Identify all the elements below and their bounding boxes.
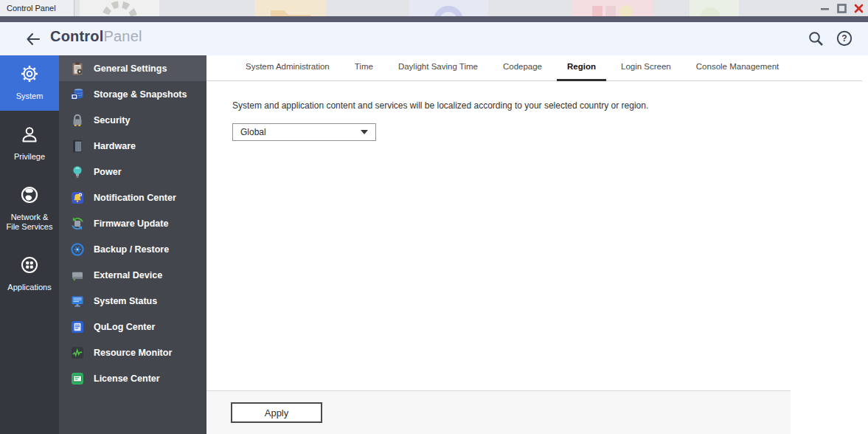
apps-grid-icon [19,255,40,278]
license-card-icon [70,371,85,386]
sidebar-item-hardware[interactable]: Hardware [59,133,206,159]
region-select-value: Global [240,127,266,137]
help-button[interactable]: ? [836,30,853,47]
sidebar-item-storage-snapshots[interactable]: Storage & Snapshots [59,81,206,107]
page-title: ControlPanel [50,28,142,45]
maximize-button[interactable] [836,2,847,14]
sidebar-item-system-status[interactable]: System Status [59,288,206,314]
sidebar-item-label: Notification Center [94,193,176,203]
sidebar-item-label: Hardware [94,141,136,151]
sidebar-item-general-settings[interactable]: General Settings [59,55,206,81]
minimize-icon [819,3,830,14]
footer-bar: Apply [206,390,791,434]
tab-daylight-saving-time[interactable]: Daylight Saving Time [386,55,490,80]
back-button[interactable] [24,30,42,48]
sidebar-item-license-center[interactable]: License Center [59,365,206,391]
nas-tower-icon [70,139,85,154]
padlock-icon [70,113,85,128]
rail-item-network-file-services[interactable]: Network &File Services [0,176,59,242]
tab-region[interactable]: Region [555,55,608,80]
region-select[interactable]: Global [232,123,376,141]
sidebar-item-resource-monitor[interactable]: Resource Monitor [59,340,206,365]
resource-waveform-icon [70,345,85,360]
qulog-doc-icon [70,320,85,334]
background-app-icon-5 [690,0,739,16]
titlebar-divider [0,16,868,22]
arrow-left-icon [24,30,42,48]
sidebar-item-label: Storage & Snapshots [94,89,187,100]
app-header: ControlPanel ? [0,22,868,55]
sidebar-item-qulog-center[interactable]: QuLog Center [59,314,206,340]
window-controls [819,2,864,14]
rail-item-label: Network &File Services [7,213,53,233]
sidebar-item-firmware-update[interactable]: Firmware Update [59,210,206,236]
rail-item-applications[interactable]: Applications [0,247,59,302]
sidebar-item-label: Power [94,167,122,177]
rail-item-label: System [16,92,44,102]
sidebar-item-label: External Device [94,270,162,280]
apply-button[interactable]: Apply [231,402,322,423]
region-description: System and application content and servi… [232,100,868,111]
page-title-bold: Control [50,28,104,44]
sidebar-item-security[interactable]: Security [59,107,206,133]
tab-login-screen[interactable]: Login Screen [608,55,684,80]
close-button[interactable] [853,2,864,14]
rail-item-system[interactable]: System [0,55,59,111]
backup-gear-icon [70,242,85,257]
help-icon: ? [836,30,853,47]
chevron-down-icon [361,130,368,134]
close-icon [853,3,864,14]
sidebar-item-power[interactable]: Power [59,159,206,185]
search-button[interactable] [807,30,824,47]
content-pane: System AdministrationTimeDaylight Saving… [206,55,868,434]
search-icon [807,30,824,47]
sidebar-item-label: System Status [94,296,157,306]
power-bulb-icon [70,165,85,179]
settings-sidebar: General SettingsStorage & SnapshotsSecur… [59,55,206,434]
titlebar-tab-label: Control Panel [7,4,56,13]
sidebar-item-label: License Center [94,373,160,384]
sidebar-item-label: QuLog Center [94,322,155,332]
tab-time[interactable]: Time [342,55,386,80]
firmware-update-icon [70,216,85,231]
sidebar-item-notification-center[interactable]: Notification Center [59,185,206,210]
svg-text:?: ? [841,33,847,44]
maximize-icon [836,3,847,14]
titlebar-tab-control-panel[interactable]: Control Panel [0,0,74,16]
notification-bell-icon [70,190,85,205]
tab-codepage[interactable]: Codepage [490,55,555,80]
background-app-icon-4 [572,0,653,16]
tab-console-management[interactable]: Console Management [684,55,792,80]
sidebar-item-label: Security [94,115,130,125]
background-app-icon-3 [409,0,488,16]
background-app-icon-1 [80,0,159,16]
status-monitor-icon [70,294,85,309]
sidebar-item-label: Backup / Restore [94,244,169,255]
sidebar-item-external-device[interactable]: External Device [59,262,206,288]
globe-icon [19,185,40,208]
user-icon [19,124,40,148]
sidebar-item-backup-restore[interactable]: Backup / Restore [59,236,206,262]
tab-bar: System AdministrationTimeDaylight Saving… [206,55,862,81]
tab-system-administration[interactable]: System Administration [233,55,342,80]
rail-item-label: Privilege [14,152,45,162]
minimize-button[interactable] [819,2,830,14]
rail-item-label: Applications [7,283,51,293]
gear-icon [19,63,40,87]
sidebar-item-label: General Settings [94,63,167,74]
os-titlebar: Control Panel [0,0,868,16]
page-title-light: Panel [104,28,142,44]
storage-disks-icon [70,87,85,102]
sidebar-item-label: Firmware Update [94,218,168,229]
category-sidebar: SystemPrivilegeNetwork &File ServicesApp… [0,55,59,434]
external-drive-icon [70,268,85,283]
sidebar-item-label: Resource Monitor [94,348,172,358]
clipboard-settings-icon [70,61,85,76]
background-app-icon-2 [254,0,326,16]
rail-item-privilege[interactable]: Privilege [0,116,59,171]
